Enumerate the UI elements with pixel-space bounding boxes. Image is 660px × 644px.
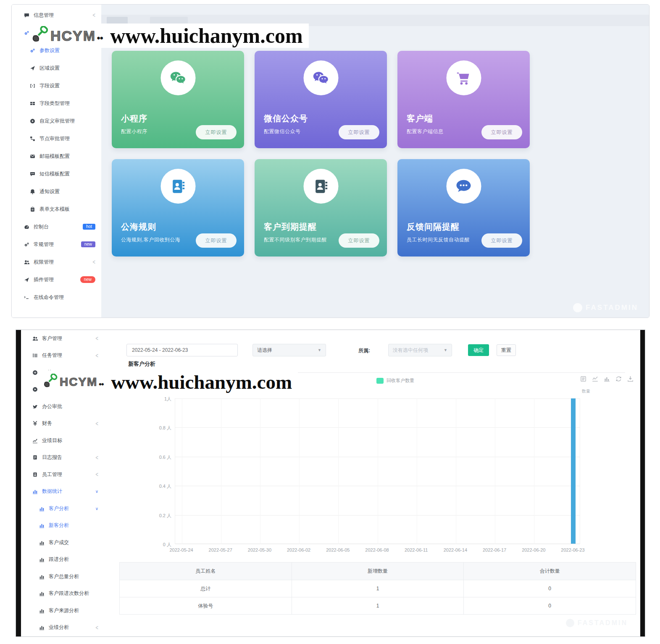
sidebar-top-item-4[interactable]: 字段设置 <box>12 77 101 94</box>
chevron-left-icon: < <box>96 624 98 631</box>
gridline-vertical <box>378 398 378 544</box>
legend-marker <box>376 378 384 384</box>
gridline-vertical <box>182 398 182 544</box>
fastadmin-watermark: FASTADMIN <box>573 303 638 312</box>
setup-now-button[interactable]: 立即设置 <box>196 233 237 248</box>
setup-now-button[interactable]: 立即设置 <box>339 125 379 139</box>
sidebar-top-item-6[interactable]: 自定义审批管理 <box>12 112 101 130</box>
gridline-vertical <box>417 398 417 544</box>
card-icon-circle <box>446 60 481 95</box>
circleplus-icon <box>32 370 38 375</box>
sidebar-top-item-10[interactable]: 通知设置 <box>12 183 101 200</box>
setup-now-button[interactable]: 立即设置 <box>196 125 237 139</box>
restore-icon[interactable] <box>615 376 622 382</box>
fastadmin-logo-icon <box>566 619 574 627</box>
sidebar-top-item-12[interactable]: 控制台hot <box>12 218 101 236</box>
sidebar-bottom-item-9[interactable]: 数据统计∨ <box>21 483 104 500</box>
chevron-left-icon: < <box>96 471 98 478</box>
date-range-input[interactable]: 2022-05-24 - 2022-06-23 <box>126 344 238 356</box>
sidebar-bottom-item-5[interactable]: 财务< <box>21 415 104 432</box>
sidebar-bottom-item-12[interactable]: 客户成交 <box>21 534 104 551</box>
sidebar-bottom-item-label: 财务 <box>42 420 52 427</box>
sidebar-bottom-item-10[interactable]: 客户分析∨ <box>21 500 104 517</box>
sidebar-bottom-item-7[interactable]: 日志报告< <box>21 449 104 466</box>
sidebar-bottom-item-label: 业绩目标 <box>42 437 62 444</box>
list-icon <box>32 353 38 358</box>
sidebar-top-item-15[interactable]: 插件管理new <box>12 271 101 288</box>
reset-button[interactable]: 重置 <box>497 344 516 356</box>
chartbars-icon <box>39 557 45 562</box>
sidebar-top-item-label: 字段设置 <box>39 82 60 89</box>
sidebar-top-item-9[interactable]: 短信模板配置 <box>12 165 101 183</box>
card-title: 客户端 <box>407 113 433 124</box>
sidebar-bottom-item-13[interactable]: 跟进分析 <box>21 551 104 568</box>
badge-new: new <box>80 276 95 283</box>
card-description: 配置不同级别客户到期提醒 <box>264 236 327 243</box>
table-row: 体验号10 <box>120 597 636 615</box>
sidebar-top-item-label: 插件管理 <box>34 276 54 283</box>
x-axis-tick-label: 2022-06-20 <box>515 547 552 552</box>
type-select[interactable]: 请选择 ▼ <box>252 344 326 356</box>
sidebar-top-item-label: 通知设置 <box>39 188 60 195</box>
chart-legend-item[interactable]: 回收客户数量 <box>376 377 414 384</box>
x-axis-tick-label: 2022-06-17 <box>476 547 513 552</box>
reset-button-label: 重置 <box>501 347 511 354</box>
settings-card-4[interactable]: 客户到期提醒配置不同级别客户到期提醒立即设置 <box>255 159 387 257</box>
cart-icon <box>455 70 472 86</box>
sidebar-top-item-5[interactable]: 字段类型管理 <box>12 94 101 112</box>
bar-2022-06-23 <box>571 398 576 544</box>
data-view-icon[interactable] <box>580 376 586 382</box>
sidebar-bottom-item-1[interactable]: 任务管理< <box>21 347 104 364</box>
y-axis-tick-label: 0.6 人 <box>145 454 171 461</box>
sidebar-top-item-8[interactable]: 邮箱模板配置 <box>12 147 101 165</box>
y-axis-tick-label: 0.4 人 <box>145 483 171 490</box>
gauge-icon <box>24 224 30 230</box>
sidebar-top-item-14[interactable]: 权限管理< <box>12 253 101 271</box>
y-axis-tick-label: 1人 <box>145 396 171 402</box>
terminal-icon <box>24 295 30 300</box>
setup-now-button[interactable]: 立即设置 <box>481 233 522 248</box>
settings-card-3[interactable]: 公海规则公海规则,客户回收到公海立即设置 <box>112 159 244 257</box>
chevron-down-icon: ∨ <box>95 489 98 494</box>
users-icon <box>32 336 38 341</box>
sidebar-bottom-item-14[interactable]: 客户总量分析 <box>21 568 104 585</box>
chevron-left-icon: < <box>93 12 95 18</box>
settings-card-grid: 小程序配置小程序立即设置微信公众号配置微信公众号立即设置客户端配置客户端信息立即… <box>112 51 530 257</box>
sidebar-bottom-item-6[interactable]: 业绩目标 <box>21 432 104 449</box>
sidebar-top-item-7[interactable]: 节点审批管理 <box>12 130 101 147</box>
confirm-button[interactable]: 确定 <box>468 344 489 356</box>
settings-card-0[interactable]: 小程序配置小程序立即设置 <box>112 51 244 148</box>
sidebar-bottom-item-11[interactable]: 新客分析 <box>21 517 104 534</box>
fastadmin-watermark: FASTADMIN <box>566 619 628 627</box>
save-image-icon[interactable] <box>627 376 634 382</box>
sidebar-bottom-item-0[interactable]: 客户管理< <box>21 330 104 347</box>
sidebar-top-item-11[interactable]: 表单文本模板 <box>12 200 101 218</box>
line-type-icon[interactable] <box>592 376 598 382</box>
mail-icon <box>29 154 36 159</box>
owner-select[interactable]: 没有选中任何项 ▼ <box>388 344 452 356</box>
gridline-vertical <box>260 398 260 544</box>
sidebar-top-item-3[interactable]: 区域设置 <box>12 59 101 77</box>
sidebar-bottom-item-15[interactable]: 客户跟进次数分析 <box>21 585 104 602</box>
gridline-vertical <box>299 398 300 544</box>
gridline-vertical <box>221 398 221 544</box>
bar-type-icon[interactable] <box>604 376 610 382</box>
sidebar-top-item-label: 控制台 <box>34 223 49 230</box>
sidebar-bottom-item-16[interactable]: 客户来源分析 <box>21 602 104 619</box>
setup-now-button[interactable]: 立即设置 <box>339 233 379 248</box>
sidebar-top-item-13[interactable]: 常规管理new <box>12 236 101 253</box>
sidebar-top-item-label: 信息管理 <box>34 12 54 19</box>
setup-now-button[interactable]: 立即设置 <box>481 125 522 139</box>
eyes-icon: ●● <box>98 381 103 387</box>
sidebar-top-item-0[interactable]: 信息管理< <box>12 6 101 24</box>
sidebar-bottom-item-label: 员工管理 <box>42 471 62 478</box>
settings-card-5[interactable]: 反馈间隔提醒员工长时间无反馈自动提醒立即设置 <box>397 159 530 257</box>
shovel-icon <box>42 374 58 390</box>
gridline-vertical <box>456 398 456 544</box>
sidebar-bottom-item-17[interactable]: 业绩分析< <box>21 619 104 636</box>
sidebar-top-item-16[interactable]: 在线命令管理 <box>12 288 101 306</box>
sidebar-bottom-item-8[interactable]: 员工管理< <box>21 466 104 483</box>
settings-card-2[interactable]: 客户端配置客户端信息立即设置 <box>397 51 530 148</box>
sidebar-bottom-item-4[interactable]: 办公审批 <box>21 398 104 415</box>
settings-card-1[interactable]: 微信公众号配置微信公众号立即设置 <box>255 51 387 148</box>
